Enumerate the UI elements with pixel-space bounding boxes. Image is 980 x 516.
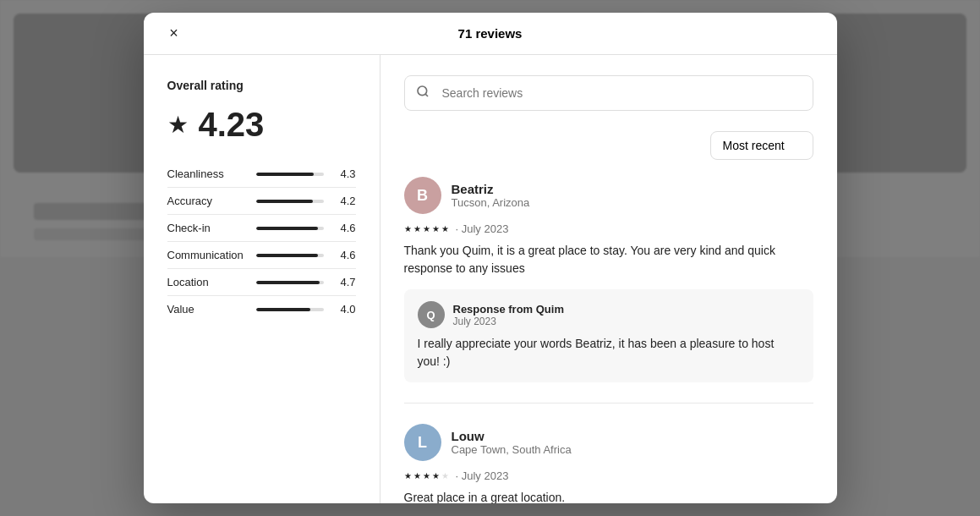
rating-value: 4.3 bbox=[332, 167, 356, 180]
svg-point-0 bbox=[418, 86, 427, 96]
response-name: Response from Quim bbox=[453, 303, 564, 316]
sort-container: Most recent bbox=[404, 131, 813, 160]
left-panel: Overall rating ★ 4.23 Cleanliness 4.3 Ac… bbox=[144, 55, 381, 503]
reviewer-header: B Beatriz Tucson, Arizona bbox=[404, 177, 813, 214]
star-filled-icon: ★ bbox=[432, 224, 440, 233]
rating-bar-track bbox=[256, 281, 324, 284]
rating-item: Accuracy 4.2 bbox=[167, 187, 356, 214]
reviewer-header: L Louw Cape Town, South Africa bbox=[404, 424, 813, 461]
star-filled-icon: ★ bbox=[413, 224, 421, 233]
star-filled-icon: ★ bbox=[423, 471, 430, 480]
close-button[interactable]: × bbox=[161, 20, 188, 47]
rating-bars: Cleanliness 4.3 Accuracy 4.2 Check-in 4.… bbox=[167, 161, 356, 322]
rating-bar-fill bbox=[256, 173, 315, 176]
rating-bar-fill bbox=[256, 281, 320, 284]
reviews-list: B Beatriz Tucson, Arizona ★★★★★ · July 2… bbox=[404, 177, 813, 503]
rating-category-label: Location bbox=[167, 276, 248, 288]
host-avatar: Q bbox=[418, 301, 445, 328]
rating-item: Location 4.7 bbox=[167, 268, 356, 295]
rating-item: Check-in 4.6 bbox=[167, 214, 356, 241]
rating-category-label: Check-in bbox=[167, 222, 248, 234]
reviewer-avatar: B bbox=[404, 177, 441, 214]
stars-date: ★★★★★ · July 2023 bbox=[404, 469, 813, 482]
rating-summary: ★ 4.23 bbox=[167, 106, 356, 144]
response-header: Q Response from Quim July 2023 bbox=[418, 301, 800, 328]
star-rating: ★★★★★ bbox=[404, 471, 449, 480]
review-card: L Louw Cape Town, South Africa ★★★★★ · J… bbox=[404, 424, 813, 503]
review-text: Thank you Quim, it is a great place to s… bbox=[404, 242, 813, 277]
modal-body: Overall rating ★ 4.23 Cleanliness 4.3 Ac… bbox=[144, 55, 837, 503]
rating-item: Value 4.0 bbox=[167, 295, 356, 322]
sort-select[interactable]: Most recent bbox=[710, 131, 813, 160]
modal-overlay[interactable]: × 71 reviews Overall rating ★ 4.23 Clean… bbox=[0, 0, 980, 516]
rating-bar-track bbox=[256, 254, 324, 257]
overall-label: Overall rating bbox=[167, 79, 356, 92]
response-meta: Response from Quim July 2023 bbox=[453, 303, 564, 327]
rating-category-label: Communication bbox=[167, 249, 248, 261]
rating-item: Cleanliness 4.3 bbox=[167, 161, 356, 187]
reviewer-name: Louw bbox=[452, 429, 813, 443]
rating-bar-track bbox=[256, 308, 324, 311]
rating-value: 4.2 bbox=[332, 195, 356, 207]
search-input[interactable] bbox=[404, 75, 813, 111]
reviewer-location: Tucson, Arizona bbox=[452, 196, 813, 209]
search-container bbox=[404, 75, 813, 111]
review-text: Great place in a great location. bbox=[404, 489, 813, 503]
star-filled-icon: ★ bbox=[441, 224, 449, 233]
star-filled-icon: ★ bbox=[404, 224, 412, 233]
rating-bar-fill bbox=[256, 308, 310, 311]
rating-value: 4.6 bbox=[332, 249, 356, 261]
review-date: · July 2023 bbox=[456, 222, 509, 235]
search-icon bbox=[416, 85, 430, 102]
star-filled-icon: ★ bbox=[413, 471, 421, 480]
response-date: July 2023 bbox=[453, 316, 564, 327]
right-panel: Most recent B Beatriz Tucson, Arizona ★★… bbox=[381, 55, 837, 503]
rating-category-label: Cleanliness bbox=[167, 167, 248, 180]
svg-line-1 bbox=[425, 94, 428, 96]
star-filled-icon: ★ bbox=[432, 471, 440, 480]
rating-bar-track bbox=[256, 200, 324, 203]
reviewer-name: Beatriz bbox=[452, 182, 813, 196]
rating-bar-fill bbox=[256, 254, 319, 257]
rating-value: 4.0 bbox=[332, 303, 356, 316]
reviewer-avatar: L bbox=[404, 424, 441, 461]
star-icon: ★ bbox=[167, 111, 189, 139]
rating-bar-track bbox=[256, 173, 324, 176]
reviewer-info: Louw Cape Town, South Africa bbox=[452, 429, 813, 456]
rating-item: Communication 4.6 bbox=[167, 241, 356, 268]
host-response: Q Response from Quim July 2023 I really … bbox=[404, 289, 813, 382]
modal-header: × 71 reviews bbox=[144, 13, 837, 55]
reviewer-location: Cape Town, South Africa bbox=[452, 443, 813, 456]
review-date: · July 2023 bbox=[456, 469, 509, 482]
rating-bar-track bbox=[256, 227, 324, 230]
rating-number: 4.23 bbox=[199, 106, 265, 144]
review-card: B Beatriz Tucson, Arizona ★★★★★ · July 2… bbox=[404, 177, 813, 403]
reviewer-info: Beatriz Tucson, Arizona bbox=[452, 182, 813, 209]
modal-title: 71 reviews bbox=[458, 26, 523, 41]
star-rating: ★★★★★ bbox=[404, 224, 449, 233]
rating-category-label: Accuracy bbox=[167, 195, 248, 207]
star-filled-icon: ★ bbox=[404, 471, 412, 480]
rating-category-label: Value bbox=[167, 303, 248, 316]
rating-value: 4.6 bbox=[332, 222, 356, 234]
rating-value: 4.7 bbox=[332, 276, 356, 288]
response-text: I really appreciate your words Beatriz, … bbox=[418, 335, 800, 371]
reviews-modal: × 71 reviews Overall rating ★ 4.23 Clean… bbox=[144, 13, 837, 503]
rating-bar-fill bbox=[256, 227, 319, 230]
star-filled-icon: ★ bbox=[423, 224, 430, 233]
rating-bar-fill bbox=[256, 200, 313, 203]
stars-date: ★★★★★ · July 2023 bbox=[404, 222, 813, 235]
star-empty-icon: ★ bbox=[441, 471, 449, 480]
